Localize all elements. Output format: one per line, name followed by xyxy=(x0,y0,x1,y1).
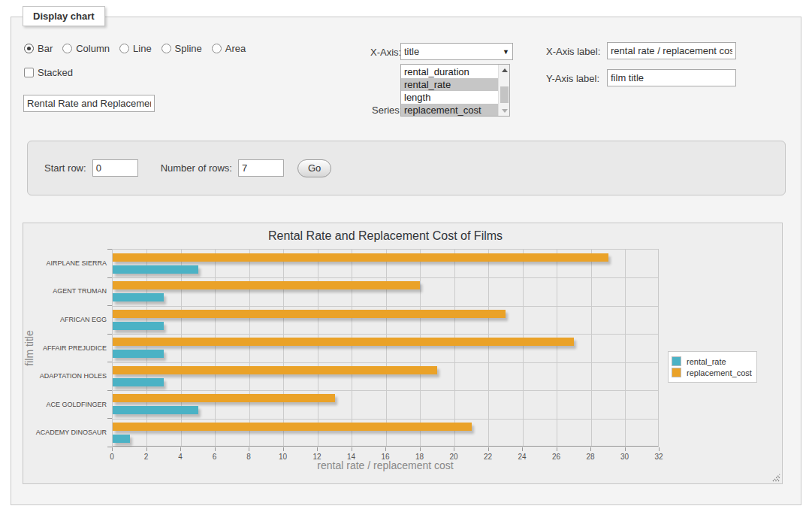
series-option-length[interactable]: length xyxy=(401,91,498,104)
x-axis-select[interactable]: title ▼ xyxy=(400,43,513,60)
scrollbar-thumb[interactable] xyxy=(500,86,509,103)
series-listbox[interactable]: rental_durationrental_ratelengthreplacem… xyxy=(400,64,510,117)
x-tick-label: 6 xyxy=(204,453,226,461)
stacked-checkbox[interactable]: Stacked xyxy=(24,67,73,78)
x-tick-label: 12 xyxy=(306,453,328,461)
dropdown-arrow-icon: ▼ xyxy=(503,48,509,56)
bar-rental_rate xyxy=(113,350,164,358)
x-tick-label: 0 xyxy=(101,453,123,461)
bar-replacement_cost xyxy=(113,338,574,346)
x-tick-mark xyxy=(557,447,557,451)
checkbox-icon[interactable] xyxy=(24,68,34,77)
display-chart-legend: Display chart xyxy=(23,6,105,26)
y-tick-label: AGENT TRUMAN xyxy=(24,287,107,295)
grid-line xyxy=(352,250,352,446)
grid-line xyxy=(488,250,489,446)
x-tick-label: 32 xyxy=(647,453,670,461)
y-axis-label-caption: Y-Axis label: xyxy=(546,73,599,84)
x-tick-label: 26 xyxy=(545,453,568,461)
legend-label: replacement_cost xyxy=(681,368,752,377)
y-tick-mark xyxy=(107,305,112,306)
x-tick-label: 8 xyxy=(237,453,260,461)
start-row-input[interactable] xyxy=(92,159,138,177)
row-range-panel: Start row: Number of rows: Go xyxy=(27,141,786,195)
bar-replacement_cost xyxy=(113,310,506,318)
chart-type-radio-line[interactable]: Line xyxy=(119,43,152,54)
grid-line xyxy=(591,250,592,446)
series-option-rental_rate[interactable]: rental_rate xyxy=(401,78,498,91)
radio-label: Area xyxy=(225,43,246,54)
radio-label: Bar xyxy=(38,43,53,54)
series-label-text: Series: xyxy=(372,105,402,116)
scroll-up-icon[interactable] xyxy=(499,65,510,75)
x-axis-label-text: X-Axis: xyxy=(370,47,401,58)
legend-swatch xyxy=(672,356,681,366)
bar-rental_rate xyxy=(113,293,164,301)
chart-legend: rental_ratereplacement_cost xyxy=(668,351,757,383)
y-tick-label: AFRICAN EGG xyxy=(24,316,107,323)
series-scrollbar[interactable] xyxy=(498,65,509,116)
chart-title-input[interactable] xyxy=(23,95,155,112)
resize-handle-icon[interactable] xyxy=(772,474,780,482)
y-tick-label: ACE GOLDFINGER xyxy=(24,401,107,408)
grid-line xyxy=(113,306,658,307)
radio-icon[interactable] xyxy=(62,44,72,53)
legend-swatch xyxy=(672,368,681,377)
chart-type-radio-area[interactable]: Area xyxy=(212,43,246,54)
grid-line xyxy=(113,419,658,420)
series-option-rental_duration[interactable]: rental_duration xyxy=(401,65,498,78)
radio-label: Column xyxy=(76,43,110,54)
y-tick-label: AFFAIR PREJUDICE xyxy=(24,344,107,352)
x-tick-mark xyxy=(385,447,386,451)
num-rows-input[interactable] xyxy=(238,159,284,177)
chart-plot-area xyxy=(112,249,659,447)
x-tick-label: 16 xyxy=(374,453,397,461)
y-tick-mark xyxy=(107,334,112,335)
chart-type-radio-bar[interactable]: Bar xyxy=(24,43,53,54)
x-tick-label: 30 xyxy=(614,453,636,461)
x-tick-label: 4 xyxy=(169,453,192,461)
x-tick-mark xyxy=(522,447,523,451)
x-tick-mark xyxy=(420,447,421,451)
y-tick-mark xyxy=(107,418,112,419)
bar-replacement_cost xyxy=(113,253,608,262)
y-axis-label-input[interactable] xyxy=(607,69,736,86)
radio-label: Line xyxy=(133,43,152,54)
x-tick-mark xyxy=(659,447,660,451)
y-tick-mark xyxy=(107,277,112,278)
grid-line xyxy=(113,390,658,391)
radio-icon[interactable] xyxy=(119,44,129,53)
x-tick-mark xyxy=(249,447,249,451)
bar-rental_rate xyxy=(113,265,198,274)
grid-line xyxy=(113,362,658,363)
bar-replacement_cost xyxy=(113,394,335,402)
scroll-down-icon[interactable] xyxy=(499,105,510,116)
series-option-replacement_cost[interactable]: replacement_cost xyxy=(401,104,498,117)
go-button[interactable]: Go xyxy=(297,159,331,177)
y-tick-label: ACADEMY DINOSAUR xyxy=(24,429,107,436)
page: Display chart BarColumnLineSplineArea St… xyxy=(0,0,812,512)
bar-replacement_cost xyxy=(113,281,420,289)
x-tick-label: 18 xyxy=(409,453,431,461)
chart-type-radio-column[interactable]: Column xyxy=(62,43,110,54)
radio-icon[interactable] xyxy=(161,44,171,53)
bar-rental_rate xyxy=(113,406,198,414)
y-tick-mark xyxy=(107,249,112,250)
x-tick-mark xyxy=(283,447,284,451)
x-tick-mark xyxy=(590,447,591,451)
x-tick-label: 10 xyxy=(272,453,294,461)
x-tick-mark xyxy=(625,447,626,451)
grid-line xyxy=(283,250,284,446)
x-tick-label: 20 xyxy=(442,453,465,461)
grid-line xyxy=(146,250,147,446)
x-tick-label: 22 xyxy=(477,453,500,461)
radio-icon[interactable] xyxy=(24,44,34,53)
x-tick-mark xyxy=(352,447,352,451)
radio-icon[interactable] xyxy=(212,44,222,53)
chart-type-radio-spline[interactable]: Spline xyxy=(161,43,202,54)
x-axis-label-input[interactable] xyxy=(607,42,736,59)
grid-line xyxy=(454,250,455,446)
x-tick-label: 2 xyxy=(135,453,158,461)
x-tick-mark xyxy=(146,447,147,451)
radio-label: Spline xyxy=(175,43,202,54)
